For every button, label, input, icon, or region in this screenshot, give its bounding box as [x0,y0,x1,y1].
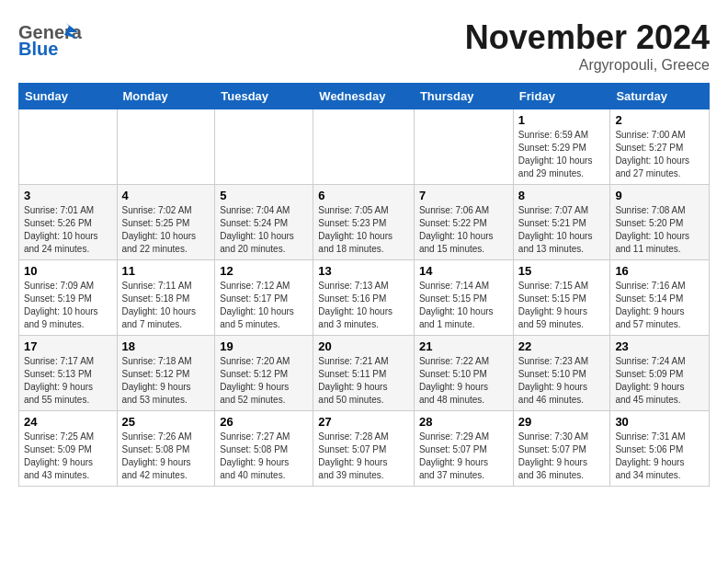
day-number: 7 [419,189,508,202]
calendar-week-row: 24Sunrise: 7:25 AM Sunset: 5:09 PM Dayli… [19,411,710,487]
day-info: Sunrise: 7:30 AM Sunset: 5:07 PM Dayligh… [518,431,606,482]
day-number: 16 [615,264,704,278]
day-info: Sunrise: 6:59 AM Sunset: 5:29 PM Dayligh… [518,129,606,180]
day-number: 13 [318,264,409,278]
weekday-header: Saturday [610,84,710,109]
day-number: 29 [518,415,606,429]
day-info: Sunrise: 7:18 AM Sunset: 5:12 PM Dayligh… [122,355,210,407]
calendar-cell: 18Sunrise: 7:18 AM Sunset: 5:12 PM Dayli… [117,336,215,411]
calendar-cell: 29Sunrise: 7:30 AM Sunset: 5:07 PM Dayli… [513,411,610,487]
calendar-cell [414,109,513,185]
day-number: 3 [24,189,112,202]
day-info: Sunrise: 7:00 AM Sunset: 5:27 PM Dayligh… [615,129,704,180]
weekday-header-row: SundayMondayTuesdayWednesdayThursdayFrid… [19,84,710,109]
calendar-cell: 5Sunrise: 7:04 AM Sunset: 5:24 PM Daylig… [215,185,313,260]
day-number: 10 [24,264,112,278]
day-info: Sunrise: 7:07 AM Sunset: 5:21 PM Dayligh… [518,204,606,256]
day-info: Sunrise: 7:11 AM Sunset: 5:18 PM Dayligh… [122,280,210,331]
month-title: November 2024 [465,18,710,57]
weekday-header: Sunday [19,84,118,109]
day-info: Sunrise: 7:28 AM Sunset: 5:07 PM Dayligh… [318,431,409,482]
subtitle: Argyropouli, Greece [465,57,710,74]
day-info: Sunrise: 7:31 AM Sunset: 5:06 PM Dayligh… [615,431,704,482]
calendar-cell: 30Sunrise: 7:31 AM Sunset: 5:06 PM Dayli… [610,411,710,487]
calendar-week-row: 17Sunrise: 7:17 AM Sunset: 5:13 PM Dayli… [19,336,710,411]
day-info: Sunrise: 7:02 AM Sunset: 5:25 PM Dayligh… [122,204,210,256]
calendar-cell: 12Sunrise: 7:12 AM Sunset: 5:17 PM Dayli… [215,260,313,336]
day-number: 19 [220,339,308,353]
day-info: Sunrise: 7:01 AM Sunset: 5:26 PM Dayligh… [24,204,112,256]
weekday-header: Wednesday [313,84,415,109]
day-info: Sunrise: 7:27 AM Sunset: 5:08 PM Dayligh… [220,431,308,482]
calendar-cell [313,109,415,185]
day-number: 27 [318,415,409,429]
day-number: 1 [518,113,606,127]
calendar-cell: 26Sunrise: 7:27 AM Sunset: 5:08 PM Dayli… [215,411,313,487]
calendar-table: SundayMondayTuesdayWednesdayThursdayFrid… [18,83,710,487]
day-info: Sunrise: 7:20 AM Sunset: 5:12 PM Dayligh… [220,355,308,407]
day-info: Sunrise: 7:08 AM Sunset: 5:20 PM Dayligh… [615,204,704,256]
day-number: 4 [122,189,210,202]
calendar-cell: 15Sunrise: 7:15 AM Sunset: 5:15 PM Dayli… [513,260,610,336]
calendar-cell: 4Sunrise: 7:02 AM Sunset: 5:25 PM Daylig… [117,185,215,260]
day-number: 2 [615,113,704,127]
day-number: 30 [615,415,704,429]
weekday-header: Tuesday [215,84,313,109]
logo: General Blue [18,18,83,63]
day-info: Sunrise: 7:12 AM Sunset: 5:17 PM Dayligh… [220,280,308,331]
calendar-cell: 13Sunrise: 7:13 AM Sunset: 5:16 PM Dayli… [313,260,415,336]
day-number: 8 [518,189,606,202]
calendar-cell: 2Sunrise: 7:00 AM Sunset: 5:27 PM Daylig… [610,109,710,185]
day-number: 25 [122,415,210,429]
calendar-cell: 22Sunrise: 7:23 AM Sunset: 5:10 PM Dayli… [513,336,610,411]
calendar-cell: 6Sunrise: 7:05 AM Sunset: 5:23 PM Daylig… [313,185,415,260]
day-number: 28 [419,415,508,429]
day-number: 23 [615,339,704,353]
calendar-week-row: 10Sunrise: 7:09 AM Sunset: 5:19 PM Dayli… [19,260,710,336]
calendar-cell: 21Sunrise: 7:22 AM Sunset: 5:10 PM Dayli… [414,336,513,411]
calendar-cell [215,109,313,185]
calendar-cell: 23Sunrise: 7:24 AM Sunset: 5:09 PM Dayli… [610,336,710,411]
svg-text:Blue: Blue [18,39,58,59]
day-info: Sunrise: 7:26 AM Sunset: 5:08 PM Dayligh… [122,431,210,482]
logo-svg: General Blue [18,18,83,60]
day-info: Sunrise: 7:21 AM Sunset: 5:11 PM Dayligh… [318,355,409,407]
day-number: 12 [220,264,308,278]
calendar-cell: 1Sunrise: 6:59 AM Sunset: 5:29 PM Daylig… [513,109,610,185]
day-number: 14 [419,264,508,278]
day-info: Sunrise: 7:04 AM Sunset: 5:24 PM Dayligh… [220,204,308,256]
calendar-cell: 8Sunrise: 7:07 AM Sunset: 5:21 PM Daylig… [513,185,610,260]
day-number: 21 [419,339,508,353]
day-number: 17 [24,339,112,353]
weekday-header: Friday [513,84,610,109]
day-info: Sunrise: 7:15 AM Sunset: 5:15 PM Dayligh… [518,280,606,331]
day-number: 11 [122,264,210,278]
title-area: November 2024 Argyropouli, Greece [465,18,710,74]
calendar-cell: 17Sunrise: 7:17 AM Sunset: 5:13 PM Dayli… [19,336,118,411]
weekday-header: Thursday [414,84,513,109]
calendar-cell: 9Sunrise: 7:08 AM Sunset: 5:20 PM Daylig… [610,185,710,260]
day-info: Sunrise: 7:23 AM Sunset: 5:10 PM Dayligh… [518,355,606,407]
calendar-cell: 7Sunrise: 7:06 AM Sunset: 5:22 PM Daylig… [414,185,513,260]
calendar-cell: 25Sunrise: 7:26 AM Sunset: 5:08 PM Dayli… [117,411,215,487]
day-number: 20 [318,339,409,353]
calendar-cell: 19Sunrise: 7:20 AM Sunset: 5:12 PM Dayli… [215,336,313,411]
weekday-header: Monday [117,84,215,109]
day-info: Sunrise: 7:17 AM Sunset: 5:13 PM Dayligh… [24,355,112,407]
page-header: General Blue November 2024 Argyropouli, … [18,18,710,74]
day-info: Sunrise: 7:29 AM Sunset: 5:07 PM Dayligh… [419,431,508,482]
day-info: Sunrise: 7:05 AM Sunset: 5:23 PM Dayligh… [318,204,409,256]
calendar-week-row: 1Sunrise: 6:59 AM Sunset: 5:29 PM Daylig… [19,109,710,185]
day-number: 18 [122,339,210,353]
calendar-cell: 16Sunrise: 7:16 AM Sunset: 5:14 PM Dayli… [610,260,710,336]
day-info: Sunrise: 7:06 AM Sunset: 5:22 PM Dayligh… [419,204,508,256]
calendar-cell: 28Sunrise: 7:29 AM Sunset: 5:07 PM Dayli… [414,411,513,487]
calendar-cell: 3Sunrise: 7:01 AM Sunset: 5:26 PM Daylig… [19,185,118,260]
calendar-cell: 11Sunrise: 7:11 AM Sunset: 5:18 PM Dayli… [117,260,215,336]
calendar-cell: 10Sunrise: 7:09 AM Sunset: 5:19 PM Dayli… [19,260,118,336]
calendar-cell [19,109,118,185]
day-info: Sunrise: 7:09 AM Sunset: 5:19 PM Dayligh… [24,280,112,331]
day-number: 26 [220,415,308,429]
day-number: 9 [615,189,704,202]
day-info: Sunrise: 7:22 AM Sunset: 5:10 PM Dayligh… [419,355,508,407]
